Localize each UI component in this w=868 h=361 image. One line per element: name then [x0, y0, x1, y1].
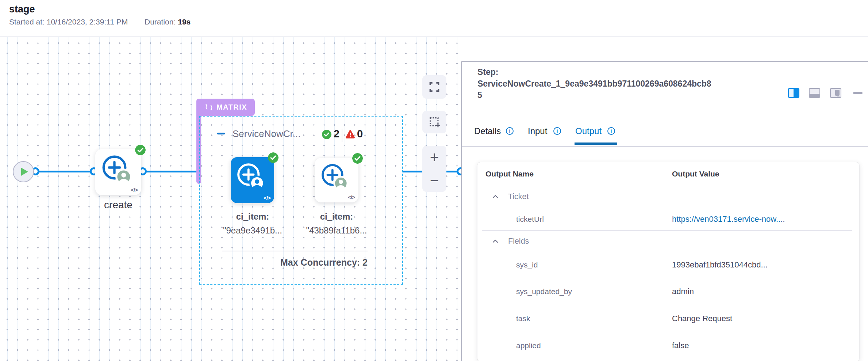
- info-icon[interactable]: i: [553, 127, 561, 135]
- table-header-row: Output Name Output Value: [477, 162, 859, 185]
- matrix-item-value: "9ea9e3491b...: [223, 225, 282, 235]
- group-label: Ticket: [508, 192, 529, 201]
- output-value: 1993ebaf1bfd351044cbd...: [672, 260, 768, 270]
- minimize-panel-button[interactable]: [853, 92, 863, 94]
- step-details-panel: Step: ServiceNowCreate_1_9ea9e3491bb9711…: [461, 61, 868, 361]
- layout-bottom-button[interactable]: [809, 88, 820, 98]
- group-row-ticket[interactable]: Ticket: [477, 185, 859, 208]
- group-label: Fields: [508, 237, 529, 246]
- marquee-selection-icon: [428, 116, 441, 128]
- output-name: task: [516, 314, 530, 323]
- output-value: false: [672, 341, 689, 350]
- matrix-item-key: ci_item:: [236, 212, 269, 221]
- edge-start-create: [35, 171, 94, 172]
- matrix-title: ServiceNowCr...: [233, 128, 300, 140]
- duration-label: Duration:: [145, 18, 176, 26]
- table-row: sys_updated_by admin: [477, 278, 859, 305]
- matrix-step-node-2[interactable]: </>: [315, 158, 358, 202]
- matrix-item-key: ci_item:: [320, 212, 353, 221]
- table-row: applied false: [477, 332, 859, 359]
- tab-input[interactable]: Input: [528, 126, 547, 136]
- matrix-failure-count: 0: [357, 128, 363, 140]
- duration-text: Duration:19s: [145, 18, 191, 26]
- matrix-failure-icon: [345, 130, 355, 139]
- pipeline-canvas[interactable]: </> create MATRIX ServiceNowCr... 2: [0, 37, 461, 361]
- play-icon: [21, 168, 28, 176]
- output-name-header: Output Name: [485, 170, 534, 178]
- code-glyph-icon: </>: [264, 195, 270, 201]
- matrix-collapse-button[interactable]: [217, 133, 225, 134]
- code-glyph-icon: </>: [131, 187, 138, 193]
- step-title: Step: ServiceNowCreate_1_9ea9e3491bb9711…: [477, 66, 713, 101]
- zoom-out-button[interactable]: −: [422, 169, 446, 192]
- stage-title: stage: [9, 4, 35, 15]
- output-name: applied: [516, 341, 541, 350]
- output-value: Change Request: [672, 314, 732, 323]
- start-node[interactable]: [13, 161, 34, 182]
- table-row: task Change Request: [477, 305, 859, 332]
- active-tab-indicator: [575, 142, 617, 145]
- matrix-success-count: 2: [334, 128, 339, 140]
- stage-header: stage Started at: 10/16/2023, 2:39:11 PM…: [0, 0, 868, 37]
- started-at-text: Started at: 10/16/2023, 2:39:11 PM: [9, 18, 128, 26]
- fullscreen-icon: [428, 81, 441, 93]
- tab-divider: [462, 146, 868, 147]
- group-row-fields[interactable]: Fields: [477, 231, 859, 252]
- edge-create-matrix: [143, 171, 199, 172]
- servicenow-step-icon: [320, 162, 347, 190]
- matrix-divider: [222, 251, 368, 251]
- count-divider: [342, 129, 342, 142]
- matrix-item-label-1: ci_item: "9ea9e3491b...: [215, 210, 290, 238]
- ticket-url-link[interactable]: https://ven03171.service-now....: [672, 214, 785, 224]
- duration-value: 19s: [178, 18, 191, 26]
- output-table: Output Name Output Value Ticket ticketUr…: [477, 162, 859, 361]
- table-row: ticketUrl https://ven03171.service-now..…: [477, 208, 859, 231]
- started-at-value: 10/16/2023, 2:39:11 PM: [47, 18, 128, 26]
- code-glyph-icon: </>: [348, 194, 355, 200]
- output-name: sys_updated_by: [516, 287, 572, 296]
- output-value-header: Output Value: [672, 170, 719, 178]
- pipeline-execution-screen: stage Started at: 10/16/2023, 2:39:11 PM…: [0, 0, 868, 361]
- marquee-select-button[interactable]: [422, 111, 446, 133]
- success-badge-icon: [352, 153, 363, 164]
- output-name: ticketUrl: [516, 215, 544, 224]
- started-at-label: Started at:: [9, 18, 45, 26]
- chevron-up-icon[interactable]: [492, 239, 498, 243]
- output-name: sys_id: [516, 261, 538, 269]
- layout-float-button[interactable]: [830, 88, 841, 98]
- success-badge-icon: [135, 145, 146, 155]
- fit-view-button[interactable]: [422, 75, 446, 99]
- tab-details[interactable]: Details: [474, 126, 501, 136]
- table-row: sys_id 1993ebaf1bfd351044cbd...: [477, 252, 859, 278]
- info-icon[interactable]: i: [607, 127, 615, 135]
- step-node-create[interactable]: </>: [95, 149, 141, 195]
- matrix-step-node-1[interactable]: </>: [231, 157, 274, 203]
- success-badge-icon: [268, 152, 279, 163]
- loop-icon: [205, 103, 213, 111]
- info-icon[interactable]: i: [506, 127, 514, 135]
- matrix-item-value: "43b89fa11b6...: [306, 225, 367, 235]
- zoom-in-button[interactable]: +: [422, 146, 446, 169]
- zoom-control: + −: [422, 146, 446, 192]
- output-value: admin: [672, 287, 694, 296]
- servicenow-step-icon: [235, 162, 264, 190]
- matrix-item-label-2: ci_item: "43b89fa11b6...: [299, 210, 374, 238]
- max-concurrency-label: Max Concurrency: 2: [222, 257, 368, 268]
- matrix-badge: MATRIX: [197, 99, 255, 116]
- matrix-success-icon: [322, 130, 331, 139]
- servicenow-step-icon: [100, 153, 131, 184]
- create-node-label: create: [95, 199, 141, 211]
- layout-right-button[interactable]: [788, 88, 799, 98]
- chevron-up-icon[interactable]: [492, 195, 498, 198]
- matrix-badge-label: MATRIX: [216, 103, 247, 111]
- tab-output[interactable]: Output: [575, 126, 602, 136]
